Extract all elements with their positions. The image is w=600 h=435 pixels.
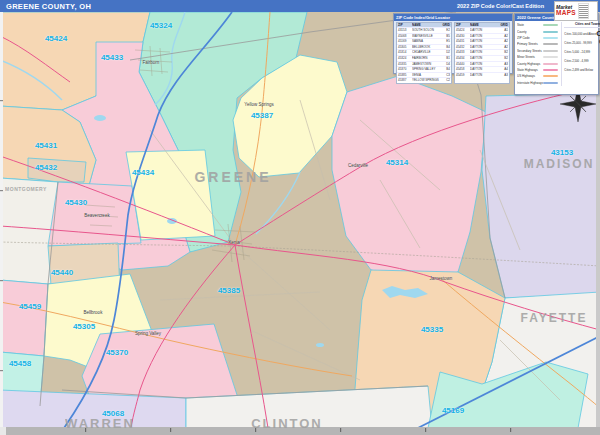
zip-index-row: 45335 JAMESTOWN D4: [397, 61, 451, 67]
zip-index-row: 45370 SPRING VALLEY B4: [397, 66, 451, 72]
zip-index-row: 43153 SOUTH SOLON E2: [397, 27, 451, 33]
city-size-row: Cities 25,000 - 99,999 City: [564, 38, 600, 47]
logo-text: Market MAPS: [556, 5, 576, 17]
map-key-row-label: Secondary Streets: [517, 49, 543, 53]
cell-grid: B2: [500, 56, 509, 61]
map-key-row-label: ZIP Code: [517, 36, 543, 40]
map-key-line-sample: [543, 24, 558, 26]
zip-index-header: ZIP NAME GRID: [397, 23, 451, 27]
map-key-line-sample: [543, 69, 558, 71]
zip-index-row: 45068 WAYNESVILLE B5: [397, 33, 451, 39]
map-key-line-sample: [543, 50, 558, 52]
page-title: GREENE COUNTY, OH: [6, 2, 91, 11]
cell-name: SABINA: [412, 39, 442, 44]
frame-corner: [0, 427, 6, 435]
cell-name: DAYTON: [470, 67, 500, 72]
cell-zip: 45335: [397, 62, 412, 67]
zip-index-body: ZIP NAME GRID 43153 SOUTH SOLON E2 4: [394, 21, 512, 85]
cell-zip: 45458: [455, 67, 470, 72]
cities-header: Cities and Towns: [564, 22, 600, 28]
barcode-icon: [578, 3, 589, 19]
map-key-cities: Cities and Towns Cities 100,000 and Abov…: [561, 22, 600, 86]
cell-name: DAYTON: [470, 45, 500, 50]
city-size-row: Cities 100,000 and Above City: [564, 29, 600, 38]
zip-index-row: 45169 SABINA E5: [397, 38, 451, 44]
cell-zip: 45387: [397, 78, 412, 83]
zip-index-column-right: ZIP NAME GRID 45424 DAYTON A1 45430: [454, 22, 510, 84]
cell-name: DAYTON: [470, 56, 500, 61]
cell-zip: 45370: [397, 67, 412, 72]
cell-zip: 45459: [455, 73, 470, 78]
col-name: NAME: [412, 23, 442, 27]
map-key-line-sample: [543, 63, 558, 65]
zip-index-panel: ZIP Code Index/Grid Locator ZIP NAME GRI…: [393, 13, 513, 74]
region-45459: [0, 280, 48, 356]
cell-zip: 45440: [455, 62, 470, 67]
zip-index-row: 45314 CEDARVILLE D2: [397, 49, 451, 55]
cell-grid: B4: [442, 45, 451, 50]
map-key-line-sample: [543, 82, 558, 84]
cell-grid: B2: [500, 50, 509, 55]
map-key-row: Interstate Highways: [517, 80, 558, 86]
cell-grid: A2: [500, 39, 509, 44]
map-key-body: State County ZIP Code Primary St: [515, 21, 598, 87]
title-bar: GREENE COUNTY, OH 2022 ZIP Code Color/Ca…: [0, 0, 600, 12]
cell-grid: E2: [442, 28, 451, 33]
cell-name: DAYTON: [470, 39, 500, 44]
cell-grid: A2: [500, 45, 509, 50]
cell-grid: A3: [500, 62, 509, 67]
cell-zip: 45305: [397, 45, 412, 50]
city-size-row: Cities 2,500 - 4,999 City: [564, 56, 600, 65]
city-size-label: Cities 5,000 - 24,999: [564, 50, 590, 54]
cell-name: DAYTON: [470, 50, 500, 55]
zip-index-row: 45387 YELLOW SPRINGS C2: [397, 77, 451, 83]
map-key-line-sample: [543, 37, 558, 39]
cell-zip: 45169: [397, 39, 412, 44]
map-key-line-sample: [543, 31, 558, 33]
cell-name: DAYTON: [470, 62, 500, 67]
cell-name: XENIA: [412, 73, 442, 78]
map-frame-left: [0, 12, 3, 435]
zip-index-row: 45430 DAYTON A2: [455, 33, 509, 39]
cell-name: CEDARVILLE: [412, 50, 442, 55]
cell-name: SOUTH SOLON: [412, 28, 442, 33]
cell-zip: 45434: [455, 56, 470, 61]
zip-index-row: 45433 DAYTON B2: [455, 49, 509, 55]
city-size-row: Cities 2,499 and Below City: [564, 65, 600, 74]
zip-index-row: 45440 DAYTON A3: [455, 61, 509, 67]
cell-name: FAIRBORN: [412, 56, 442, 61]
zip-index-row: 45385 XENIA C3: [397, 72, 451, 78]
logo-word-bottom: MAPS: [556, 10, 576, 17]
cell-zip: 43153: [397, 28, 412, 33]
cell-grid: E5: [442, 39, 451, 44]
cell-grid: D2: [442, 50, 451, 55]
cell-name: SPRING VALLEY: [412, 67, 442, 72]
cell-name: DAYTON: [470, 73, 500, 78]
map-page: GREENE MADISON FAYETTE WARREN CLINTON MO…: [0, 0, 600, 435]
cell-grid: B4: [442, 67, 451, 72]
zip-index-row: 45459 DAYTON A3: [455, 72, 509, 78]
zip-index-row: 45432 DAYTON A2: [455, 44, 509, 50]
region-45432: [28, 158, 86, 182]
city-size-sample: City: [596, 30, 600, 38]
region-45434: [126, 150, 215, 240]
zip-index-row: 45305 BELLBROOK B4: [397, 44, 451, 50]
map-key-line-sample: [543, 75, 558, 77]
map-key-line-sample: [543, 43, 558, 45]
col-name: NAME: [470, 23, 500, 27]
zip-index-row: 45458 DAYTON A4: [455, 66, 509, 72]
map-key-line-sample: [543, 56, 558, 58]
cell-name: YELLOW SPRINGS: [412, 78, 442, 83]
zip-index-row: 45431 DAYTON A2: [455, 38, 509, 44]
city-size-label: Cities 2,500 - 4,999: [564, 59, 588, 63]
map-key-row-label: Interstate Highways: [517, 81, 543, 85]
cell-zip: 45324: [397, 56, 412, 61]
col-zip: ZIP: [397, 23, 412, 27]
cell-name: WAYNESVILLE: [412, 34, 442, 39]
city-size-label: Cities 25,000 - 99,999: [564, 41, 591, 45]
cell-zip: 45385: [397, 73, 412, 78]
cell-grid: B5: [442, 34, 451, 39]
city-size-label: Cities 100,000 and Above: [564, 32, 596, 36]
col-grid: GRID: [442, 23, 451, 27]
zip-index-header: ZIP NAME GRID: [455, 23, 509, 27]
